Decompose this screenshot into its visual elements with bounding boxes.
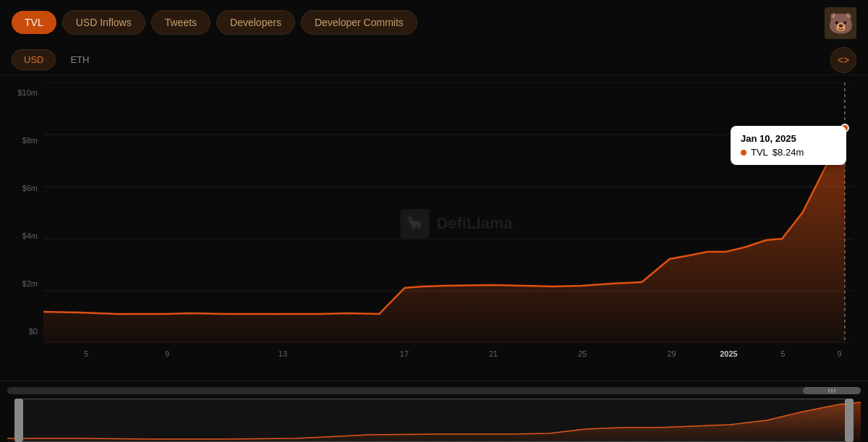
- tooltip-date: Jan 10, 2025: [741, 133, 836, 144]
- y-label-6m: $6m: [6, 184, 38, 192]
- x-axis: 5 9 13 17 21 25 29 2025 5 9: [43, 343, 854, 365]
- tab-tweets[interactable]: Tweets: [151, 10, 210, 35]
- x-label-21: 21: [489, 349, 498, 358]
- y-label-0: $0: [6, 327, 38, 336]
- currency-usd[interactable]: USD: [12, 49, 56, 70]
- currency-eth[interactable]: ETH: [59, 50, 101, 69]
- secondary-navigation: USD ETH <>: [0, 45, 868, 75]
- x-label-9: 9: [165, 349, 169, 358]
- y-label-10m: $10m: [6, 88, 38, 97]
- tab-tvl[interactable]: TVL: [12, 11, 56, 34]
- chart-area: $10m $8m $6m $4m $2m $0: [0, 82, 868, 365]
- tooltip-dot: [741, 150, 746, 156]
- top-navigation: TVL USD Inflows Tweets Developers Develo…: [0, 0, 868, 45]
- y-label-4m: $4m: [6, 231, 38, 240]
- scrollbar-track[interactable]: [7, 387, 861, 394]
- range-selector-area: [0, 381, 868, 442]
- range-handle-left[interactable]: [14, 399, 23, 442]
- grip-line-1: [828, 388, 830, 393]
- range-handle-right[interactable]: [845, 399, 854, 442]
- tooltip-value: $8.24m: [773, 147, 804, 158]
- watermark-text: DefiLlama: [436, 214, 512, 233]
- embed-code-button[interactable]: <>: [830, 47, 856, 73]
- grip-line-2: [831, 388, 833, 393]
- scrollbar-handle[interactable]: [803, 387, 861, 394]
- tab-usd-inflows[interactable]: USD Inflows: [62, 10, 145, 35]
- x-label-13: 13: [278, 349, 287, 358]
- tab-developers[interactable]: Developers: [216, 10, 295, 35]
- tooltip-label: TVL: [751, 147, 768, 158]
- x-label-29: 29: [667, 349, 676, 358]
- x-label-2025: 2025: [720, 349, 737, 358]
- chart-tooltip: Jan 10, 2025 TVL $8.24m: [731, 126, 846, 165]
- avatar: 🐻: [825, 7, 856, 39]
- y-label-8m: $8m: [6, 136, 38, 145]
- mini-chart: [7, 399, 861, 442]
- range-selected-region[interactable]: [23, 399, 845, 442]
- x-label-17: 17: [400, 349, 409, 358]
- tooltip-value-row: TVL $8.24m: [741, 147, 836, 158]
- y-label-2m: $2m: [6, 279, 38, 288]
- tab-developer-commits[interactable]: Developer Commits: [301, 10, 417, 35]
- watermark: 🦙 DefiLlama: [400, 209, 512, 238]
- x-label-9-jan: 9: [838, 349, 842, 358]
- bear-icon: 🐻: [828, 12, 854, 35]
- scrollbar-handle-grip: [828, 388, 835, 393]
- watermark-logo: 🦙: [400, 209, 429, 238]
- x-label-5: 5: [84, 349, 88, 358]
- y-axis: $10m $8m $6m $4m $2m $0: [0, 82, 43, 336]
- grip-line-3: [834, 388, 835, 393]
- x-label-25: 25: [578, 349, 587, 358]
- x-label-5-jan: 5: [780, 349, 785, 358]
